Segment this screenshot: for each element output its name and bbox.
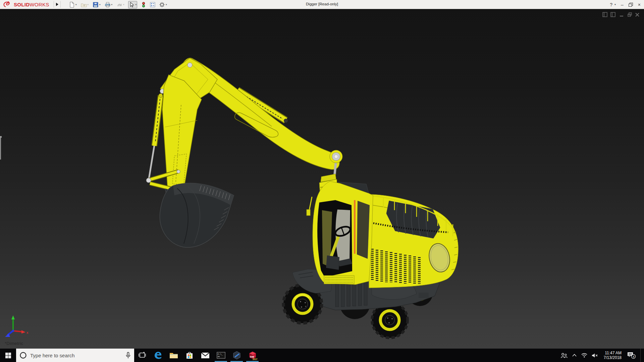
dipper-hydraulic-cylinder bbox=[149, 94, 163, 179]
boom-pivot-pin bbox=[330, 150, 342, 163]
solidworks-logo-mark bbox=[3, 1, 13, 8]
people-icon[interactable] bbox=[561, 353, 568, 358]
show-desktop-button[interactable] bbox=[640, 349, 642, 362]
restore-button[interactable] bbox=[629, 3, 633, 7]
clock[interactable]: 11:47 AM 7/13/2018 bbox=[602, 351, 623, 360]
command-prompt-button[interactable]: C:\_ bbox=[213, 349, 229, 362]
view-orientation-label: *Dimetric bbox=[5, 341, 23, 346]
edge-browser-button[interactable] bbox=[150, 349, 166, 362]
title-bar: SOLIDWORKS ▾ ▾ ▾ bbox=[0, 0, 644, 9]
orientation-triad: x bbox=[2, 314, 32, 339]
file-explorer-button[interactable] bbox=[166, 349, 181, 362]
feature-pane2-icon[interactable] bbox=[611, 12, 615, 17]
mail-button[interactable] bbox=[197, 349, 213, 362]
open-folder-icon bbox=[81, 2, 87, 8]
excavator-bucket bbox=[160, 183, 234, 247]
windows-logo-icon bbox=[5, 353, 11, 358]
flyout-expand-icon[interactable] bbox=[56, 3, 58, 6]
hexagon-3d-app-button[interactable] bbox=[229, 349, 245, 362]
document-window-controls bbox=[602, 12, 640, 18]
undo-button[interactable]: ▾ bbox=[116, 1, 125, 8]
doc-restore-icon[interactable] bbox=[628, 13, 632, 16]
triad-x-label: x bbox=[26, 330, 29, 335]
hexagon-3d-app-icon bbox=[232, 351, 241, 360]
close-button[interactable]: × bbox=[638, 2, 641, 7]
solidworks-2017-button[interactable]: SW 2017 bbox=[245, 349, 260, 362]
search-input[interactable] bbox=[30, 353, 122, 358]
command-prompt-icon: C:\_ bbox=[217, 352, 225, 359]
microsoft-store-button[interactable] bbox=[181, 349, 197, 362]
window-controls: ? ▾ – × bbox=[610, 0, 641, 9]
notification-badge: 4 bbox=[633, 355, 634, 358]
new-document-icon bbox=[69, 2, 75, 8]
svg-text:2017: 2017 bbox=[253, 358, 257, 360]
tray-time: 11:47 AM bbox=[604, 351, 622, 355]
options-list-button[interactable] bbox=[149, 1, 156, 8]
print-button[interactable]: ▾ bbox=[104, 1, 113, 8]
minimize-button[interactable]: – bbox=[621, 2, 624, 7]
main-toolbar: ▾ ▾ ▾ ▾ bbox=[68, 0, 171, 9]
task-view-icon bbox=[139, 352, 146, 359]
cab-door-orange-strip bbox=[354, 200, 356, 254]
printer-icon bbox=[105, 2, 111, 8]
excavator-boom-arm bbox=[146, 58, 339, 247]
open-button[interactable]: ▾ bbox=[80, 1, 89, 8]
store-icon bbox=[185, 351, 194, 359]
collapsed-panel-tab[interactable] bbox=[0, 137, 1, 160]
action-center-icon[interactable]: 4 bbox=[627, 352, 636, 359]
windows-taskbar: C:\_ SW 2017 bbox=[0, 349, 644, 362]
system-tray: 11:47 AM 7/13/2018 4 bbox=[561, 349, 644, 362]
settings-button[interactable]: ▾ bbox=[159, 1, 167, 8]
divider bbox=[60, 1, 61, 8]
start-button[interactable] bbox=[0, 349, 16, 362]
microphone-icon[interactable] bbox=[125, 352, 131, 359]
divider bbox=[54, 1, 54, 8]
toolbar-flyout[interactable] bbox=[54, 0, 61, 9]
volume-muted-icon[interactable] bbox=[592, 353, 598, 358]
select-cursor-icon bbox=[129, 2, 135, 8]
wifi-icon[interactable] bbox=[581, 353, 587, 358]
feature-pane-icon[interactable] bbox=[603, 12, 607, 17]
undo-arrow-icon bbox=[116, 2, 122, 8]
rebuild-button[interactable] bbox=[141, 1, 147, 8]
svg-text:C:\_: C:\_ bbox=[218, 353, 223, 356]
solidworks-app-icon: SW 2017 bbox=[248, 351, 257, 360]
solidworks-logo: SOLIDWORKS bbox=[3, 1, 49, 8]
traffic-light-icon bbox=[141, 2, 146, 8]
gear-icon bbox=[159, 2, 165, 8]
properties-list-icon bbox=[150, 2, 156, 8]
save-button[interactable]: ▾ bbox=[92, 1, 101, 8]
tray-date: 7/13/2018 bbox=[604, 355, 622, 360]
new-document-button[interactable]: ▾ bbox=[68, 1, 77, 8]
solidworks-logo-text: SOLIDWORKS bbox=[14, 2, 49, 7]
digger-model bbox=[0, 9, 644, 349]
taskbar-app-icons: C:\_ SW 2017 bbox=[134, 349, 260, 362]
doc-close-icon[interactable] bbox=[636, 13, 639, 16]
folder-icon bbox=[169, 352, 178, 359]
graphics-viewport[interactable]: x *Dimetric bbox=[0, 9, 644, 349]
edge-icon bbox=[154, 351, 162, 360]
help-dropdown-icon[interactable]: ▾ bbox=[614, 3, 616, 6]
excavator-cab bbox=[307, 159, 373, 285]
cortana-icon bbox=[19, 352, 27, 359]
mail-icon bbox=[201, 352, 210, 359]
save-floppy-icon bbox=[93, 2, 99, 8]
select-tool-button[interactable]: ▾ bbox=[128, 1, 138, 8]
taskbar-search[interactable] bbox=[16, 349, 134, 362]
task-view-button[interactable] bbox=[134, 349, 150, 362]
chevron-up-icon[interactable] bbox=[572, 354, 577, 357]
help-button[interactable]: ? bbox=[610, 2, 612, 7]
